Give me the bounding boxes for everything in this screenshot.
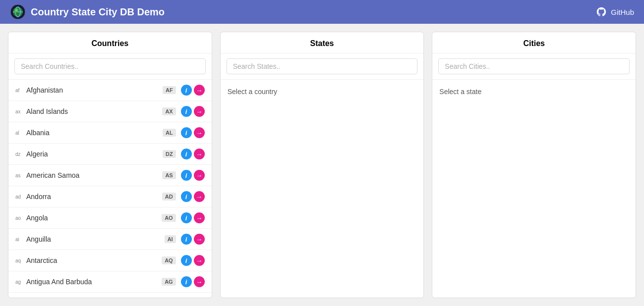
states-panel: States Select a country [220, 32, 424, 298]
country-name: Antigua And Barbuda [26, 278, 162, 286]
select-button[interactable]: → [194, 276, 205, 287]
states-search-input[interactable] [227, 58, 418, 74]
countries-list: af Afghanistan AF i → ax Aland Islands A… [8, 80, 212, 298]
info-button[interactable]: i [181, 191, 192, 202]
country-badge: AL [163, 129, 176, 137]
states-heading: States [221, 32, 424, 53]
main-content: Countries af Afghanistan AF i → ax Aland… [0, 24, 644, 306]
country-item[interactable]: ai Anguilla AI i → [8, 229, 212, 250]
country-name: Aland Islands [26, 107, 162, 115]
states-placeholder: Select a country [221, 80, 424, 103]
country-name: Afghanistan [26, 86, 163, 94]
country-name: Antarctica [26, 256, 162, 264]
item-icons: i → [181, 212, 205, 223]
country-code-small: al [15, 130, 23, 136]
select-button[interactable]: → [194, 127, 205, 138]
cities-search-box [432, 53, 636, 80]
country-item[interactable]: dz Algeria DZ i → [8, 144, 212, 165]
country-code-small: as [15, 173, 23, 178]
country-name: Algeria [26, 150, 163, 158]
select-button[interactable]: → [194, 191, 205, 202]
item-icons: i → [181, 106, 205, 117]
select-button[interactable]: → [194, 149, 205, 159]
country-badge: AF [163, 86, 176, 94]
country-code-small: af [15, 88, 23, 93]
app-title: Country State City DB Demo [31, 6, 165, 18]
item-icons: i → [181, 170, 205, 181]
country-name: Albania [26, 129, 163, 137]
github-link[interactable]: GitHub [596, 6, 634, 17]
select-button[interactable]: → [194, 212, 205, 223]
item-icons: i → [181, 276, 205, 287]
country-code-small: ad [15, 194, 23, 200]
states-body: Select a country [221, 80, 424, 298]
country-code-small: dz [15, 152, 23, 157]
item-icons: i → [181, 149, 205, 159]
info-button[interactable]: i [181, 234, 192, 245]
country-badge: DZ [163, 150, 176, 158]
country-code-small: ai [15, 237, 23, 242]
states-search-box [221, 53, 424, 80]
country-badge: AD [162, 193, 176, 201]
country-badge: AG [162, 278, 176, 286]
country-item[interactable]: as American Samoa AS i → [8, 165, 212, 186]
cities-search-input[interactable] [438, 58, 630, 74]
country-item[interactable]: ag Antigua And Barbuda AG i → [8, 271, 212, 293]
item-icons: i → [181, 255, 205, 266]
country-name: American Samoa [26, 171, 162, 179]
select-button[interactable]: → [194, 106, 205, 117]
select-button[interactable]: → [194, 234, 205, 245]
country-code-small: ag [15, 279, 23, 285]
country-badge: AI [165, 235, 176, 243]
countries-search-box [8, 53, 212, 80]
select-button[interactable]: → [194, 255, 205, 266]
country-badge: AX [162, 107, 176, 115]
info-button[interactable]: i [181, 170, 192, 181]
item-icons: i → [181, 191, 205, 202]
countries-panel: Countries af Afghanistan AF i → ax Aland… [8, 32, 212, 298]
select-button[interactable]: → [194, 170, 205, 181]
country-item[interactable]: ao Angola AO i → [8, 207, 212, 229]
country-code-small: ax [15, 109, 23, 114]
country-item[interactable]: ad Andorra AD i → [8, 186, 212, 207]
globe-icon [10, 4, 26, 20]
info-button[interactable]: i [181, 276, 192, 287]
item-icons: i → [181, 234, 205, 245]
select-button[interactable]: → [194, 85, 205, 96]
cities-panel: Cities Select a state [432, 32, 636, 298]
app-header: Country State City DB Demo GitHub [0, 0, 644, 24]
svg-point-5 [15, 9, 17, 11]
info-button[interactable]: i [181, 127, 192, 138]
country-item[interactable]: ar Argentina AR i → [8, 293, 212, 298]
country-item[interactable]: al Albania AL i → [8, 122, 212, 144]
item-icons: i → [181, 85, 205, 96]
github-label: GitHub [611, 8, 634, 16]
country-item[interactable]: aq Antarctica AQ i → [8, 250, 212, 271]
info-button[interactable]: i [181, 106, 192, 117]
country-code-small: aq [15, 258, 23, 263]
app-title-group: Country State City DB Demo [10, 4, 165, 20]
info-button[interactable]: i [181, 85, 192, 96]
country-item[interactable]: af Afghanistan AF i → [8, 80, 212, 101]
country-badge: AQ [162, 256, 176, 264]
country-item[interactable]: ax Aland Islands AX i → [8, 101, 212, 122]
country-badge: AO [162, 214, 176, 222]
countries-heading: Countries [8, 32, 212, 53]
country-badge: AS [162, 171, 176, 179]
countries-search-input[interactable] [14, 58, 206, 74]
info-button[interactable]: i [181, 212, 192, 223]
country-code-small: ao [15, 215, 23, 221]
cities-placeholder: Select a state [432, 80, 636, 103]
info-button[interactable]: i [181, 255, 192, 266]
country-name: Angola [26, 214, 162, 222]
cities-heading: Cities [432, 32, 636, 53]
country-name: Anguilla [26, 235, 165, 243]
item-icons: i → [181, 127, 205, 138]
country-name: Andorra [26, 193, 162, 201]
info-button[interactable]: i [181, 149, 192, 159]
github-icon [596, 6, 607, 17]
cities-body: Select a state [432, 80, 636, 298]
